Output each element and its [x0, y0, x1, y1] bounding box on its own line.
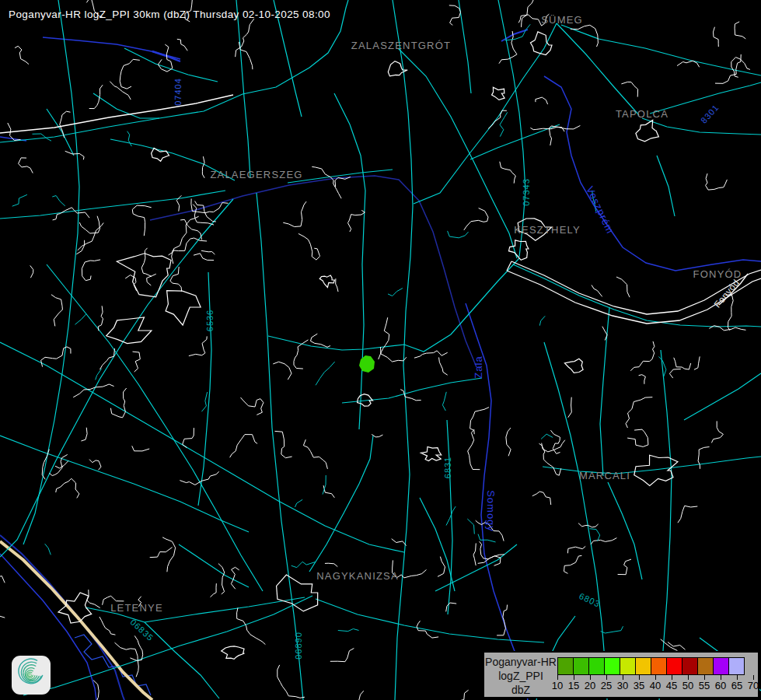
legend-color-cell: [651, 657, 667, 675]
map-line: [359, 325, 364, 429]
map-line: [81, 428, 87, 441]
map-line: [470, 124, 560, 159]
map-line: [99, 617, 116, 635]
map-line: [194, 254, 214, 261]
map-line: [668, 642, 685, 650]
map-line: [536, 97, 548, 104]
legend-color-cell: [682, 657, 698, 675]
map-line: [170, 267, 182, 292]
map-line: [79, 216, 99, 233]
map-line: [231, 567, 239, 589]
map-line: [0, 95, 233, 133]
map-line: [698, 447, 709, 469]
legend-title: Poganyvar-HR logZ_PPI dbZ: [484, 655, 557, 697]
map-line: [561, 25, 761, 75]
map-line: [312, 166, 341, 198]
map-line: [89, 85, 103, 108]
map-line: [438, 557, 445, 577]
city-label: SÜMEG: [541, 14, 583, 26]
map-line: [56, 478, 79, 498]
map-line: [506, 428, 511, 456]
map-line: [0, 0, 348, 142]
map-line: [684, 373, 761, 420]
map-line: [127, 131, 132, 146]
map-line: [400, 390, 421, 401]
map-line: [222, 646, 245, 660]
map-line: [277, 575, 318, 611]
map-line: [195, 201, 216, 222]
legend-title-line: dbZ: [484, 683, 557, 697]
legend-color-cell: [635, 657, 651, 675]
map-line: [421, 446, 442, 460]
map-line: [590, 529, 600, 541]
map-line: [45, 544, 51, 555]
map-line: [106, 317, 152, 344]
map-line: [141, 248, 152, 277]
map-line: [51, 295, 63, 327]
map-line: [674, 358, 691, 369]
map-line: [539, 316, 545, 325]
map-line: [714, 27, 719, 47]
map-line: [110, 388, 126, 418]
map-line: [298, 233, 320, 260]
map-line: [379, 317, 389, 359]
legend-color-cell: [588, 657, 605, 675]
map-line: [639, 375, 646, 384]
map-line: [608, 482, 642, 579]
map-line: [601, 626, 623, 633]
map-line: [591, 538, 616, 544]
road-number-label: 6536: [205, 310, 215, 331]
map-line: [549, 125, 580, 145]
map-line: [541, 434, 553, 439]
legend-color-cell: [728, 657, 745, 675]
map-line: [568, 397, 572, 418]
map-line: [311, 334, 331, 347]
map-line: [473, 543, 476, 565]
map-line: [319, 275, 334, 288]
city-label: TAPOLCA: [616, 108, 668, 120]
radar-title: Poganyvar-HR logZ_PPI 30km (dbZ) Thursda…: [9, 9, 330, 20]
map-line: [325, 563, 337, 566]
county-label: Somogy: [485, 490, 497, 532]
map-line: [82, 260, 100, 281]
map-line: [117, 254, 171, 297]
road-number-label: 8301: [699, 103, 721, 125]
map-line: [41, 347, 71, 367]
map-line: [630, 341, 655, 371]
map-line: [294, 340, 309, 369]
spiral-icon: [12, 656, 46, 690]
map-line: [592, 285, 602, 296]
map-line: [65, 151, 84, 159]
road-number-label: 06890: [294, 632, 303, 660]
map-line: [348, 210, 365, 232]
map-line: [180, 471, 218, 485]
map-line: [338, 629, 359, 632]
map-line: [47, 109, 74, 156]
map-line: [23, 0, 79, 544]
map-line: [273, 362, 291, 380]
map-line: [435, 544, 517, 591]
map-line: [236, 0, 250, 177]
map-line: [735, 22, 745, 39]
road-number-label: 07404: [173, 78, 183, 106]
map-line: [522, 0, 535, 27]
map-line: [678, 506, 697, 523]
city-label: ZALASZENTGRÓT: [351, 40, 451, 51]
legend-color-cell: [557, 657, 574, 675]
map-line: [626, 397, 652, 428]
map-line: [488, 110, 507, 128]
map-line: [600, 307, 609, 476]
radar-echo-layer: [359, 355, 375, 373]
city-label: NAGYKANIZSA: [316, 570, 399, 582]
map-line: [268, 258, 519, 352]
map-line: [202, 156, 204, 178]
dbz-legend: Poganyvar-HR logZ_PPI dbZ 10152025303540…: [483, 651, 759, 698]
map-line: [398, 48, 517, 258]
map-line: [336, 278, 338, 292]
legend-colorbar: [557, 657, 745, 675]
map-line: [449, 5, 461, 26]
map-line: [420, 498, 455, 591]
map-line: [470, 408, 489, 435]
map-line: [497, 605, 507, 635]
map-line: [544, 342, 607, 700]
